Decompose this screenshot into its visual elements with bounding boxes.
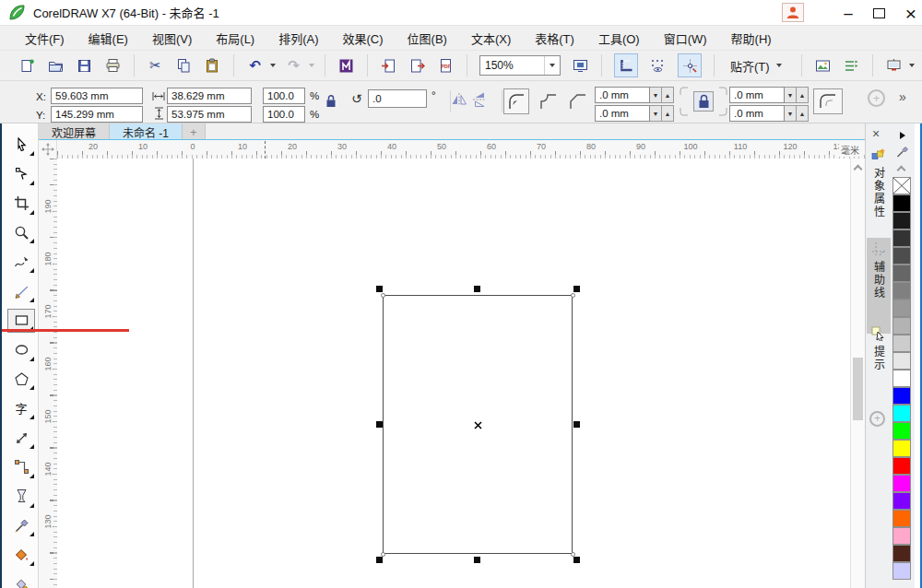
color-swatch-black[interactable] bbox=[892, 194, 911, 212]
selection-handle[interactable] bbox=[573, 557, 580, 563]
color-swatch-magenta[interactable] bbox=[892, 475, 911, 492]
menu-7[interactable]: 位图(B) bbox=[396, 26, 459, 51]
menu-10[interactable]: 工具(O) bbox=[586, 26, 652, 51]
menu-3[interactable]: 视图(V) bbox=[140, 26, 204, 51]
flyout-triangle-icon[interactable] bbox=[30, 561, 34, 566]
menu-4[interactable]: 布局(L) bbox=[204, 26, 266, 51]
export-icon[interactable] bbox=[408, 57, 426, 75]
color-swatch-orange[interactable] bbox=[892, 510, 911, 527]
eyedropper-tool[interactable] bbox=[7, 513, 35, 537]
color-swatch-white[interactable] bbox=[892, 370, 911, 387]
flyout-triangle-icon[interactable] bbox=[30, 385, 34, 390]
corner-radius-br-field[interactable]: .0 mm bbox=[729, 105, 785, 122]
chevron-down-icon[interactable] bbox=[544, 56, 560, 75]
show-rulers-icon[interactable] bbox=[614, 53, 638, 77]
flyout-triangle-icon[interactable] bbox=[30, 151, 34, 156]
color-swatch-brown[interactable] bbox=[892, 545, 911, 562]
scale-y-field[interactable]: 100.0 bbox=[263, 106, 305, 123]
menu-6[interactable]: 效果(C) bbox=[331, 26, 396, 51]
vertical-ruler[interactable]: 190180170160150140130 bbox=[39, 159, 57, 588]
crop-tool[interactable] bbox=[7, 192, 35, 216]
flyout-triangle-icon[interactable] bbox=[30, 268, 34, 273]
color-swatch-60-black[interactable] bbox=[892, 265, 911, 282]
freehand-tool[interactable] bbox=[7, 250, 35, 274]
menu-2[interactable]: 编辑(E) bbox=[77, 26, 140, 51]
selection-handle[interactable] bbox=[474, 557, 480, 563]
welcome-screen-icon[interactable] bbox=[885, 57, 903, 75]
flyout-triangle-icon[interactable] bbox=[30, 357, 34, 361]
undo-icon[interactable]: ↶ bbox=[246, 57, 264, 75]
add-preset-button[interactable]: + bbox=[868, 89, 885, 107]
flyout-triangle-icon[interactable] bbox=[30, 444, 34, 449]
scroll-up-icon[interactable] bbox=[854, 165, 863, 174]
ruler-origin[interactable] bbox=[39, 140, 57, 159]
corner-node[interactable] bbox=[381, 293, 385, 298]
corner-tr-spinner[interactable]: ▼▲ bbox=[785, 87, 809, 103]
user-account-icon[interactable] bbox=[782, 3, 804, 22]
save-icon[interactable] bbox=[76, 57, 93, 75]
color-swatch-10-black[interactable] bbox=[892, 352, 911, 370]
flip-vertical-icon[interactable] bbox=[473, 91, 486, 108]
cut-icon[interactable]: ✂ bbox=[147, 57, 164, 75]
chamfered-corner-icon[interactable] bbox=[569, 93, 587, 110]
scale-x-field[interactable]: 100.0 bbox=[263, 88, 305, 104]
color-swatch-30-black[interactable] bbox=[892, 317, 911, 335]
pick-tool[interactable] bbox=[7, 133, 35, 157]
menu-11[interactable]: 窗口(W) bbox=[652, 26, 719, 51]
paste-icon[interactable] bbox=[204, 57, 221, 75]
object-width-field[interactable]: 38.629 mm bbox=[167, 88, 252, 104]
color-swatch-50-black[interactable] bbox=[892, 282, 911, 300]
selection-handle[interactable] bbox=[376, 557, 383, 563]
flyout-triangle-icon[interactable] bbox=[30, 415, 34, 419]
view-manager-icon[interactable] bbox=[843, 57, 860, 75]
flyout-triangle-icon[interactable] bbox=[30, 210, 34, 215]
selection-handle[interactable] bbox=[376, 286, 383, 292]
color-swatch-cyan[interactable] bbox=[892, 405, 911, 422]
flip-horizontal-icon[interactable] bbox=[451, 93, 467, 106]
round-corner-button[interactable] bbox=[503, 88, 529, 114]
palette-eyedropper-icon[interactable] bbox=[896, 144, 909, 159]
app-launcher-icon[interactable] bbox=[337, 57, 355, 75]
fill-tool[interactable] bbox=[7, 543, 35, 567]
drawing-canvas[interactable] bbox=[57, 159, 850, 588]
corner-radius-tl-field[interactable]: .0 mm bbox=[595, 87, 650, 103]
color-swatch-blue[interactable] bbox=[892, 387, 911, 405]
copy-icon[interactable] bbox=[175, 57, 193, 75]
document-tab-2[interactable]: 未命名 -1 bbox=[110, 123, 183, 140]
new-document-icon[interactable] bbox=[18, 57, 36, 75]
menu-1[interactable]: 文件(F) bbox=[13, 26, 77, 51]
document-tab-1[interactable]: 欢迎屏幕 bbox=[39, 123, 110, 140]
import-icon[interactable] bbox=[380, 57, 397, 75]
x-position-field[interactable]: 59.603 mm bbox=[51, 88, 143, 104]
corner-node[interactable] bbox=[571, 552, 575, 557]
color-swatch-80-black[interactable] bbox=[892, 229, 911, 247]
selection-handle[interactable] bbox=[573, 286, 580, 292]
y-position-field[interactable]: 145.299 mm bbox=[51, 106, 143, 123]
palette-flyout-icon[interactable] bbox=[900, 132, 905, 139]
docker-add-button[interactable]: + bbox=[869, 411, 885, 427]
artistic-media-tool[interactable] bbox=[7, 279, 35, 303]
color-swatch-20-black[interactable] bbox=[892, 335, 911, 352]
scalloped-corner-icon[interactable] bbox=[539, 93, 558, 110]
chevron-down-icon[interactable] bbox=[309, 64, 314, 67]
corner-radius-tr-field[interactable]: .0 mm bbox=[729, 87, 785, 103]
publish-pdf-icon[interactable]: PDF bbox=[437, 57, 455, 75]
zoom-tool[interactable] bbox=[7, 220, 35, 244]
dimension-tool[interactable] bbox=[7, 426, 35, 450]
shape-tool[interactable] bbox=[7, 162, 35, 186]
maximize-button[interactable] bbox=[873, 8, 885, 18]
scrollbar-thumb[interactable] bbox=[853, 358, 863, 420]
corner-node[interactable] bbox=[381, 552, 385, 557]
color-swatch-pink[interactable] bbox=[892, 527, 911, 545]
color-swatch-lavender[interactable] bbox=[892, 562, 911, 580]
selection-handle[interactable] bbox=[474, 286, 480, 292]
color-swatch-70-black[interactable] bbox=[892, 247, 911, 265]
horizontal-ruler[interactable]: 20100102030405060708090100110120130毫米 bbox=[57, 140, 865, 159]
lock-corners-button[interactable] bbox=[693, 91, 714, 112]
rotation-angle-field[interactable]: .0 bbox=[368, 89, 427, 108]
color-swatch-40-black[interactable] bbox=[892, 300, 911, 317]
color-swatch-yellow[interactable] bbox=[892, 440, 911, 457]
flyout-triangle-icon[interactable] bbox=[30, 298, 34, 302]
selection-handle[interactable] bbox=[573, 421, 580, 428]
selection-handle[interactable] bbox=[376, 421, 383, 428]
